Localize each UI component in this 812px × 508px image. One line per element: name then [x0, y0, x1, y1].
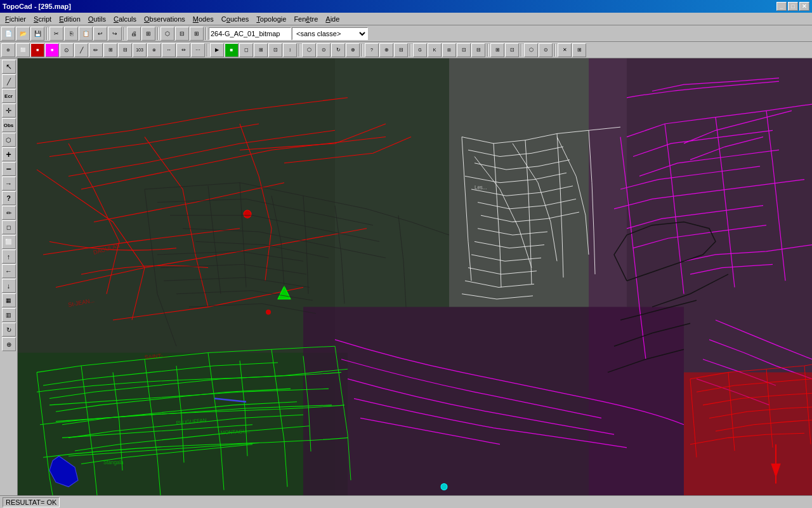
- tool-v[interactable]: ⊙: [317, 43, 331, 57]
- save-btn[interactable]: 💾: [30, 27, 44, 41]
- left-tool-arrow[interactable]: ↖: [2, 60, 16, 74]
- left-tool-pan-right[interactable]: →: [2, 177, 16, 190]
- tool-y3[interactable]: ⊟: [394, 43, 408, 57]
- copy-btn[interactable]: ⎘: [64, 27, 78, 41]
- window-title: TopoCad - [295.map]: [3, 3, 71, 10]
- tool-x[interactable]: ⊕: [346, 43, 360, 57]
- minimize-button[interactable]: _: [776, 2, 787, 11]
- menu-calculs[interactable]: Calculs: [110, 14, 140, 24]
- tool-u[interactable]: ⬡: [302, 43, 316, 57]
- svg-text:...: ...: [513, 217, 517, 223]
- tool-h[interactable]: ⊞: [103, 43, 117, 57]
- tool-d[interactable]: ■: [45, 43, 59, 57]
- tool-y2[interactable]: ⊕: [379, 43, 393, 57]
- tool-g[interactable]: ✏: [89, 43, 103, 57]
- left-tool-layer1[interactable]: ▦: [2, 293, 16, 307]
- tool-z1[interactable]: G: [413, 43, 427, 57]
- view2-btn[interactable]: ⊟: [175, 27, 189, 41]
- status-bar: RESULTAT= OK: [0, 495, 812, 508]
- left-toolbar: ↖ ╱ Ecr ✛ Obs ⬡ + − → ? ✏ ◻ ⬜ ↑ ← ↓ ▦ ▥ …: [0, 58, 18, 495]
- menu-fichier[interactable]: Fichier: [1, 14, 30, 24]
- menu-edition[interactable]: Edition: [55, 14, 84, 24]
- tool-w[interactable]: ↻: [331, 43, 345, 57]
- menu-fenetre[interactable]: Fenêtre: [290, 14, 322, 24]
- tool-af[interactable]: ⊞: [572, 43, 586, 57]
- tool-q[interactable]: ◻: [239, 43, 253, 57]
- menu-couches[interactable]: Couches: [218, 14, 252, 24]
- tool-z3[interactable]: ⊞: [442, 43, 456, 57]
- left-tool-pan-up[interactable]: ↑: [2, 250, 16, 264]
- tool-o[interactable]: ▶: [210, 43, 224, 57]
- left-tool-rotate[interactable]: ↻: [2, 323, 16, 337]
- left-tool-help[interactable]: ?: [2, 191, 16, 205]
- menu-observations[interactable]: Observations: [140, 14, 189, 24]
- tool-ad[interactable]: ⊙: [539, 43, 553, 57]
- tool-m[interactable]: ⇔: [176, 43, 190, 57]
- class-select[interactable]: <sans classe>: [292, 27, 368, 40]
- menu-aide[interactable]: Aide: [322, 14, 343, 24]
- menu-outils[interactable]: Outils: [84, 14, 110, 24]
- paste-btn[interactable]: 📋: [79, 27, 93, 41]
- left-tool-zoom-out[interactable]: −: [2, 162, 16, 176]
- left-tool-erase[interactable]: ◻: [2, 220, 16, 234]
- tool-aa[interactable]: ⊞: [490, 43, 504, 57]
- left-tool-pan-down[interactable]: ↓: [2, 279, 16, 293]
- sep2: [124, 27, 125, 40]
- undo-btn[interactable]: ↩: [93, 27, 107, 41]
- tool-i[interactable]: ⊟: [118, 43, 132, 57]
- svg-point-8: [266, 309, 271, 314]
- map-name-input[interactable]: [209, 27, 291, 40]
- tool-l[interactable]: ↔: [162, 43, 176, 57]
- cut-btn[interactable]: ✂: [49, 27, 63, 41]
- menu-script[interactable]: Script: [30, 14, 55, 24]
- left-tool-line[interactable]: ╱: [2, 74, 16, 88]
- sep10: [521, 44, 522, 57]
- view3-btn[interactable]: ⊞: [190, 27, 204, 41]
- tool-k[interactable]: ⊗: [147, 43, 161, 57]
- tool-r[interactable]: ⊞: [254, 43, 268, 57]
- tool-a[interactable]: ⊕: [1, 43, 15, 57]
- tool-s[interactable]: ⊡: [268, 43, 282, 57]
- sep9: [487, 44, 488, 57]
- tool-e[interactable]: ⊙: [60, 43, 74, 57]
- redo-btn[interactable]: ↪: [108, 27, 122, 41]
- left-tool-ecr[interactable]: Ecr: [2, 89, 16, 103]
- tool-y1[interactable]: ?: [365, 43, 379, 57]
- tool-p[interactable]: ■: [225, 43, 239, 57]
- tool-z2[interactable]: K: [428, 43, 442, 57]
- close-button[interactable]: ✕: [799, 2, 809, 11]
- tool-j[interactable]: 103: [133, 43, 147, 57]
- toolbar-row2: ⊕ ⬜ ■ ■ ⊙ ╱ ✏ ⊞ ⊟ 103 ⊗ ↔ ⇔ ⋯ ▶ ■ ◻ ⊞ ⊡ …: [0, 42, 812, 58]
- left-tool-pan-left[interactable]: ←: [2, 264, 16, 278]
- view1-btn[interactable]: ⬡: [160, 27, 174, 41]
- sep7: [362, 44, 363, 57]
- left-tool-snap[interactable]: ⊕: [2, 337, 16, 351]
- tool-b[interactable]: ⬜: [16, 43, 30, 57]
- left-tool-layer2[interactable]: ▥: [2, 308, 16, 322]
- left-tool-polygon[interactable]: ⬡: [2, 133, 16, 147]
- left-tool-obs[interactable]: Obs: [2, 118, 16, 132]
- left-tool-pencil[interactable]: ✏: [2, 206, 16, 220]
- left-tool-node[interactable]: ⬜: [2, 235, 16, 249]
- tool-ab[interactable]: ⊡: [505, 43, 519, 57]
- tool-c[interactable]: ■: [30, 43, 44, 57]
- new-btn[interactable]: 📄: [1, 27, 15, 41]
- left-tool-zoom-in[interactable]: +: [2, 147, 16, 161]
- tool-f[interactable]: ╱: [74, 43, 88, 57]
- print2-btn[interactable]: ⊞: [141, 27, 155, 41]
- tool-z4[interactable]: ⊡: [457, 43, 471, 57]
- open-btn[interactable]: 📂: [16, 27, 30, 41]
- tool-z5[interactable]: ⊟: [471, 43, 485, 57]
- tool-t[interactable]: ↕: [283, 43, 297, 57]
- left-tool-cross[interactable]: ✛: [2, 104, 16, 117]
- map-canvas[interactable]: DAOULAS St-JEAN... SAINT-... Les... ... …: [18, 58, 812, 495]
- menu-topologie[interactable]: Topologie: [252, 14, 290, 24]
- tool-ac[interactable]: ⬡: [524, 43, 538, 57]
- status-message: RESULTAT= OK: [6, 498, 56, 506]
- maximize-button[interactable]: □: [788, 2, 798, 11]
- print-btn[interactable]: 🖨: [127, 27, 141, 41]
- sep1: [46, 27, 48, 40]
- menu-modes[interactable]: Modes: [189, 14, 218, 24]
- tool-n[interactable]: ⋯: [191, 43, 205, 57]
- tool-ae[interactable]: ✕: [558, 43, 572, 57]
